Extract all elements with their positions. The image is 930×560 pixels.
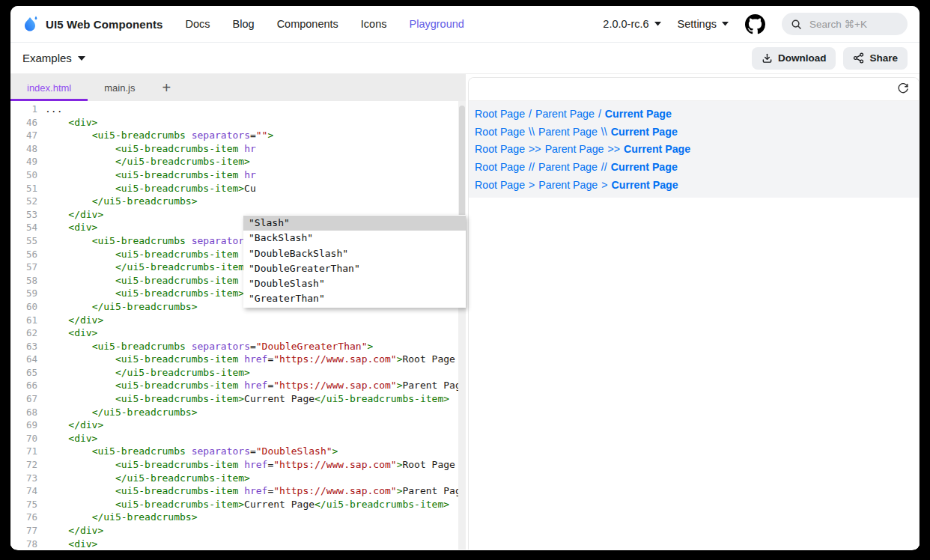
code-line[interactable]: 76 </ui5-breadcrumbs> bbox=[10, 511, 466, 524]
caret-down-icon bbox=[722, 22, 729, 26]
search-input[interactable] bbox=[808, 18, 893, 31]
autocomplete-item[interactable]: "DoubleBackSlash" bbox=[243, 246, 466, 261]
line-number: 64 bbox=[10, 353, 45, 366]
code-line[interactable]: 68 </ui5-breadcrumbs> bbox=[10, 406, 466, 419]
code-line[interactable]: 1... bbox=[10, 103, 466, 116]
share-button[interactable]: Share bbox=[843, 47, 908, 70]
download-button[interactable]: Download bbox=[752, 47, 836, 70]
line-number: 55 bbox=[10, 234, 45, 248]
line-number: 51 bbox=[10, 182, 45, 195]
breadcrumb-link[interactable]: Parent Page bbox=[538, 179, 598, 191]
code-line[interactable]: 71 <ui5-breadcrumbs separators="DoubleSl… bbox=[10, 445, 466, 458]
code-line[interactable]: 51 <ui5-breadcrumbs-item>Cu bbox=[10, 182, 466, 195]
add-tab-button[interactable]: + bbox=[151, 74, 181, 101]
code-text: <div> bbox=[45, 221, 97, 234]
search-icon bbox=[791, 19, 802, 30]
code-line[interactable]: 78 <div> bbox=[10, 538, 466, 550]
nav-item-components[interactable]: Components bbox=[277, 18, 338, 30]
breadcrumb-link[interactable]: Root Page bbox=[475, 179, 525, 191]
code-line[interactable]: 64 <ui5-breadcrumbs-item href="https://w… bbox=[10, 353, 466, 366]
breadcrumb-separator: \\ bbox=[601, 126, 607, 138]
breadcrumb-separator: \\ bbox=[529, 126, 535, 138]
nav-item-icons[interactable]: Icons bbox=[361, 18, 387, 30]
preview-pane: Root Page/Parent Page/Current PageRoot P… bbox=[468, 74, 920, 550]
autocomplete-item[interactable]: "DoubleGreaterThan" bbox=[243, 261, 466, 276]
breadcrumb-link[interactable]: Root Page bbox=[475, 143, 525, 155]
line-number: 76 bbox=[10, 511, 45, 524]
settings-dropdown[interactable]: Settings bbox=[678, 18, 729, 30]
share-label: Share bbox=[869, 52, 898, 64]
code-text: <div> bbox=[45, 326, 97, 340]
line-number: 49 bbox=[10, 155, 45, 168]
breadcrumb-link[interactable]: Parent Page bbox=[538, 161, 598, 173]
breadcrumb-link[interactable]: Parent Page bbox=[535, 108, 595, 120]
breadcrumbs-row: Root Page\\Parent Page\\Current Page bbox=[475, 123, 919, 141]
github-link[interactable] bbox=[745, 14, 765, 34]
ui5-flame-logo-icon bbox=[22, 15, 39, 33]
breadcrumb-link[interactable]: Root Page bbox=[475, 161, 525, 173]
breadcrumb-link[interactable]: Root Page bbox=[475, 108, 525, 120]
code-text: <ui5-breadcrumbs-item>Current Page</ui5-… bbox=[45, 392, 449, 406]
code-text: </ui5-breadcrumbs> bbox=[45, 300, 198, 314]
line-number: 65 bbox=[10, 366, 45, 380]
code-line[interactable]: 66 <ui5-breadcrumbs-item href="https://w… bbox=[10, 379, 466, 392]
examples-dropdown[interactable]: Examples bbox=[22, 52, 85, 64]
code-line[interactable]: 69 </div> bbox=[10, 419, 466, 432]
autocomplete-item[interactable]: "Slash" bbox=[243, 216, 466, 231]
breadcrumb-separator: // bbox=[529, 161, 535, 173]
autocomplete-item[interactable]: "BackSlash" bbox=[243, 231, 466, 246]
version-label: 2.0.0-rc.6 bbox=[603, 18, 648, 30]
line-number: 78 bbox=[10, 538, 45, 550]
app-window: UI5 Web Components Docs Blog Components … bbox=[10, 6, 920, 550]
brand-link[interactable]: UI5 Web Components bbox=[22, 15, 163, 33]
breadcrumbs-demo-area: Root Page/Parent Page/Current PageRoot P… bbox=[469, 101, 919, 198]
autocomplete-item[interactable]: "GreaterThan" bbox=[243, 291, 466, 306]
code-line[interactable]: 46 <div> bbox=[10, 116, 466, 130]
line-number: 77 bbox=[10, 524, 45, 538]
code-text: </div> bbox=[45, 524, 103, 538]
nav-item-docs[interactable]: Docs bbox=[186, 18, 210, 30]
nav-item-playground[interactable]: Playground bbox=[410, 18, 464, 30]
code-line[interactable]: 48 <ui5-breadcrumbs-item hr bbox=[10, 142, 466, 156]
breadcrumb-current: Current Page bbox=[612, 179, 678, 191]
line-number: 61 bbox=[10, 314, 45, 327]
line-number: 66 bbox=[10, 379, 45, 392]
download-icon bbox=[762, 52, 773, 64]
code-line[interactable]: 74 <ui5-breadcrumbs-item href="https://w… bbox=[10, 484, 466, 498]
breadcrumb-current: Current Page bbox=[605, 108, 672, 120]
autocomplete-item[interactable]: "DoubleSlash" bbox=[243, 276, 466, 291]
breadcrumb-link[interactable]: Parent Page bbox=[538, 126, 598, 138]
code-line[interactable]: 61 </div> bbox=[10, 314, 466, 327]
nav-item-blog[interactable]: Blog bbox=[233, 18, 255, 30]
code-line[interactable]: 50 <ui5-breadcrumbs-item hr bbox=[10, 168, 466, 182]
refresh-icon[interactable] bbox=[897, 83, 910, 96]
code-lines[interactable]: 1...46 <div>47 <ui5-breadcrumbs separato… bbox=[10, 101, 466, 550]
code-text: </div> bbox=[45, 208, 103, 222]
code-text: </ui5-breadcrumbs-item> bbox=[45, 155, 250, 168]
version-dropdown[interactable]: 2.0.0-rc.6 bbox=[603, 18, 660, 30]
main-split: index.html main.js + 1...46 <div>47 <ui5… bbox=[10, 74, 920, 550]
code-line[interactable]: 75 <ui5-breadcrumbs-item>Current Page</u… bbox=[10, 498, 466, 511]
tab-index-html[interactable]: index.html bbox=[10, 74, 88, 101]
code-line[interactable]: 67 <ui5-breadcrumbs-item>Current Page</u… bbox=[10, 392, 466, 406]
code-line[interactable]: 47 <ui5-breadcrumbs separators=""> bbox=[10, 129, 466, 142]
main-nav: Docs Blog Components Icons Playground bbox=[186, 18, 464, 30]
breadcrumbs-row: Root Page/Parent Page/Current Page bbox=[475, 105, 919, 123]
line-number: 54 bbox=[10, 221, 45, 234]
code-line[interactable]: 72 <ui5-breadcrumbs-item href="https://w… bbox=[10, 458, 466, 472]
tab-main-js[interactable]: main.js bbox=[88, 74, 151, 101]
editor-scrollbar[interactable] bbox=[458, 101, 466, 550]
code-line[interactable]: 77 </div> bbox=[10, 524, 466, 538]
breadcrumb-link[interactable]: Root Page bbox=[475, 126, 525, 138]
breadcrumb-link[interactable]: Parent Page bbox=[545, 143, 604, 155]
search-box[interactable] bbox=[782, 13, 908, 35]
code-line[interactable]: 49 </ui5-breadcrumbs-item> bbox=[10, 155, 466, 168]
code-line[interactable]: 52 </ui5-breadcrumbs> bbox=[10, 195, 466, 208]
brand-title: UI5 Web Components bbox=[46, 18, 163, 31]
code-line[interactable]: 62 <div> bbox=[10, 326, 466, 340]
caret-down-icon bbox=[654, 22, 661, 26]
code-line[interactable]: 73 </ui5-breadcrumbs-item> bbox=[10, 472, 466, 485]
code-line[interactable]: 70 <div> bbox=[10, 432, 466, 445]
code-line[interactable]: 65 </ui5-breadcrumbs-item> bbox=[10, 366, 466, 380]
code-line[interactable]: 63 <ui5-breadcrumbs separators="DoubleGr… bbox=[10, 340, 466, 353]
